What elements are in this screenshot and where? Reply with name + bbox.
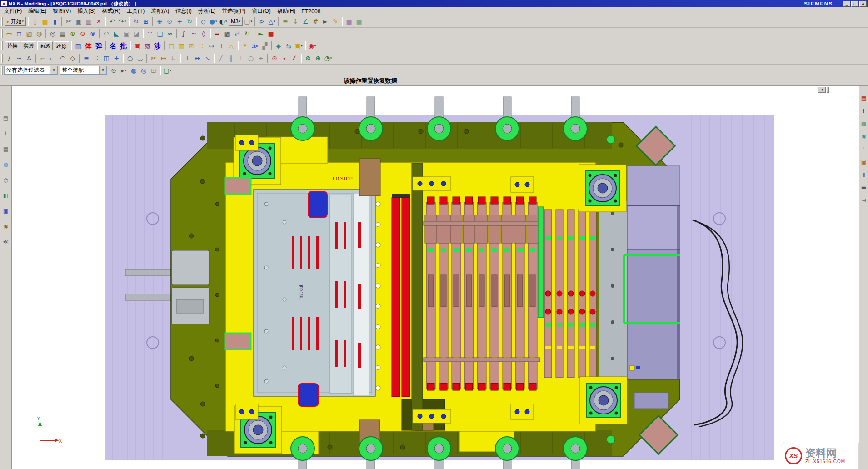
menu-item-4[interactable]: 格式(R) xyxy=(99,7,124,15)
component-add-icon[interactable]: ⊞ xyxy=(186,41,196,51)
hole-icon[interactable]: ◎ xyxy=(48,29,58,39)
menu-item-3[interactable]: 插入(S) xyxy=(74,7,99,15)
render-style-icon[interactable]: ◐▾ xyxy=(218,16,228,26)
explosion-icon[interactable]: * xyxy=(240,41,250,51)
quick-trim-icon[interactable]: ✂ xyxy=(149,53,159,63)
circle-center-icon[interactable]: ⊕ xyxy=(313,53,323,63)
snap-view-icon[interactable]: ⊳ xyxy=(257,16,267,26)
maximize-button[interactable]: □ xyxy=(851,1,858,7)
corner-icon[interactable]: ⌐ xyxy=(38,53,48,63)
clearance-analysis-icon[interactable]: ◉▾ xyxy=(307,41,317,51)
shaded-view-icon[interactable]: ●▾ xyxy=(208,16,218,26)
name-tool-button[interactable]: 名 xyxy=(108,42,118,50)
view-m3-button[interactable]: M3▾ xyxy=(229,17,243,26)
dimension-icon[interactable]: ↔ xyxy=(192,53,202,63)
internet-explorer-icon[interactable]: ◍ xyxy=(2,160,10,169)
update-icon[interactable]: ↻ xyxy=(242,29,252,39)
move-layer-icon[interactable]: ↕ xyxy=(290,16,300,26)
component-pattern-icon[interactable]: ∷ xyxy=(196,41,206,51)
close-button[interactable]: ✕ xyxy=(859,1,867,7)
sphere-set-icon[interactable]: ◉ xyxy=(860,132,868,140)
history-icon[interactable]: ◔ xyxy=(2,176,10,184)
auto-dimension-icon[interactable]: ↘ xyxy=(202,53,212,63)
background-icon[interactable]: ▢▾ xyxy=(243,16,253,26)
cad-canvas[interactable]: first cut xyxy=(12,86,859,469)
chevron-down-icon[interactable]: ▼ xyxy=(99,66,106,74)
minimize-button[interactable]: _ xyxy=(843,1,850,7)
arc-3pt-icon[interactable]: ◔▾ xyxy=(323,53,333,63)
new-file-icon[interactable]: ▯ xyxy=(30,16,40,26)
quick-extend-icon[interactable]: ↦ xyxy=(159,53,169,63)
purple-slide-block[interactable] xyxy=(627,166,680,409)
assembly-constraints-icon[interactable]: ⊥ xyxy=(216,41,226,51)
line-2pt-icon[interactable]: ╱ xyxy=(216,53,226,63)
graphics-window[interactable]: first cut xyxy=(12,86,859,469)
boolean-intersect-icon[interactable]: ⊗ xyxy=(88,29,98,39)
conic-icon[interactable]: ◡ xyxy=(135,53,145,63)
orient-view-icon[interactable]: △▾ xyxy=(267,16,277,26)
intersection-point-icon[interactable]: + xyxy=(111,53,121,63)
selection-filter-combo[interactable]: 没有选择过滤器 ▼ xyxy=(4,66,58,75)
right-gray-rail[interactable] xyxy=(599,200,627,383)
make-corner-icon[interactable]: ∟ xyxy=(169,53,179,63)
datum-display-icon[interactable]: ∠ xyxy=(300,16,310,26)
polygon-icon[interactable]: ◇ xyxy=(68,53,78,63)
cluster-icon[interactable]: ∴ xyxy=(860,145,868,153)
menu-item-8[interactable]: 分析(L) xyxy=(195,7,219,15)
pattern-curve-icon[interactable]: ∷ xyxy=(91,53,101,63)
toolbar-grip[interactable] xyxy=(1,54,3,63)
help-icon[interactable]: ▤ xyxy=(344,16,354,26)
system-materials-icon[interactable]: ◧ xyxy=(2,191,10,200)
face-translucent-button[interactable]: 面透 xyxy=(37,41,53,50)
edge-blend-icon[interactable]: ◠ xyxy=(101,29,111,39)
offset-curve-icon[interactable]: ≡ xyxy=(81,53,91,63)
interpart-link-icon[interactable]: ⇆ xyxy=(284,41,294,51)
wave-geometry-icon[interactable]: ◈ xyxy=(274,41,284,51)
sequence-icon[interactable]: ≫ xyxy=(250,41,260,51)
swept-icon[interactable]: ~ xyxy=(189,29,199,39)
boolean-subtract-icon[interactable]: ⊖ xyxy=(78,29,88,39)
point-on-curve-icon[interactable]: ⊙ xyxy=(269,53,279,63)
spreadsheet-icon[interactable]: ▦ xyxy=(354,16,364,26)
scroll-left-button[interactable]: ◄ xyxy=(818,87,826,93)
menu-item-1[interactable]: 编辑(E) xyxy=(25,7,50,15)
paste-icon[interactable]: ▥ xyxy=(84,16,94,26)
interference-button[interactable]: 涉 xyxy=(152,42,163,50)
through-curves-icon[interactable]: ∫ xyxy=(179,29,189,39)
ruled-icon[interactable]: ◊ xyxy=(199,29,209,39)
open-icon[interactable]: ▤ xyxy=(40,16,50,26)
menu-item-9[interactable]: 首选项(P) xyxy=(219,7,249,15)
selection-scope-icon[interactable]: ▢▾ xyxy=(162,65,172,75)
drawer-icon[interactable]: ▬ xyxy=(860,183,868,191)
shell-icon[interactable]: ▣ xyxy=(121,29,131,39)
solid-translucent-button[interactable]: 实透 xyxy=(21,41,36,50)
fit-view-icon[interactable]: ⊞ xyxy=(141,16,151,26)
pattern-feature-icon[interactable]: ∷ xyxy=(145,29,155,39)
profile-icon[interactable]: / xyxy=(4,53,14,63)
sketch-icon[interactable]: ▭ xyxy=(4,29,14,39)
cut-icon[interactable]: ✂ xyxy=(64,16,74,26)
midpoint-icon[interactable]: ÷ xyxy=(256,53,266,63)
fillet-icon[interactable]: ◠ xyxy=(58,53,68,63)
zoom-in-icon[interactable]: ⊕ xyxy=(155,16,165,26)
menu-item-6[interactable]: 装配(A) xyxy=(148,7,172,15)
pan-icon[interactable]: + xyxy=(175,16,185,26)
red-forming-bars[interactable] xyxy=(392,163,423,430)
wireframe-toggle-icon[interactable]: ▦ xyxy=(73,41,83,51)
view-overlay-icon[interactable]: ▦ xyxy=(860,94,868,102)
hide-icon[interactable]: ◍ xyxy=(129,65,139,75)
stop-icon[interactable]: ■ xyxy=(266,29,276,39)
replace-reference-set-button[interactable]: 替换 xyxy=(5,41,20,50)
layer-settings-icon[interactable]: ≡ xyxy=(280,16,290,26)
die-insert-plate[interactable]: first cut xyxy=(254,190,375,406)
constraint-icon[interactable]: ⊥ xyxy=(182,53,192,63)
wave-link-icon[interactable]: ⇄ xyxy=(232,29,242,39)
menu-item-5[interactable]: 工具(T) xyxy=(124,7,148,15)
spline-icon[interactable]: ~ xyxy=(14,53,24,63)
part-module-icon[interactable]: ▩ xyxy=(222,29,232,39)
chamfer-icon[interactable]: ◣ xyxy=(111,29,121,39)
angle-icon[interactable]: ∠ xyxy=(289,53,299,63)
snap-point-toggle-icon[interactable]: ⊙ xyxy=(109,65,119,75)
batch-tool-button[interactable]: 批 xyxy=(118,42,129,50)
text-tool-icon[interactable]: T xyxy=(860,107,868,115)
